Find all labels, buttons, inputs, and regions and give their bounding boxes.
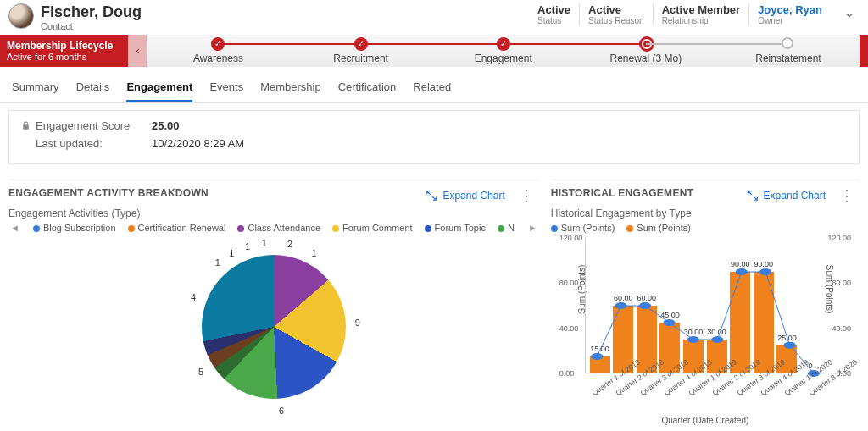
score-value: 25.00: [152, 119, 180, 132]
card2-more-button[interactable]: ⋮: [834, 188, 860, 203]
y-tick-label: 0.00: [836, 369, 851, 378]
tab-events[interactable]: Events: [209, 72, 243, 102]
legend-item[interactable]: Sum (Points): [626, 223, 691, 233]
legend-next[interactable]: ►: [526, 223, 539, 233]
stage-label: Reinstatement: [755, 52, 821, 64]
card2-legend: Sum (Points)Sum (Points): [551, 223, 860, 233]
pie-slice-label: 2: [287, 239, 292, 249]
record-type: Contact: [41, 21, 529, 31]
pie-chart: 2196541111: [185, 238, 363, 416]
card2-subtitle: Historical Engagement by Type: [551, 207, 860, 219]
header-field-label: Status: [537, 16, 570, 25]
y-tick-label: 80.00: [832, 279, 851, 287]
avatar: [8, 3, 34, 29]
legend-item[interactable]: Certification Renewal: [128, 223, 226, 233]
expand-icon: [426, 190, 437, 202]
expand-chart-button-1[interactable]: Expand Chart: [426, 190, 504, 202]
x-labels: Quarter 1 of 2018Quarter 2 of 2018Quarte…: [585, 373, 826, 416]
y-tick-label: 80.00: [559, 279, 579, 287]
x-tick-label: Quarter 3 of 2020: [807, 379, 828, 397]
line-overlay: [585, 238, 826, 373]
legend-item[interactable]: Forum Topic: [425, 223, 486, 233]
process-label[interactable]: Membership Lifecycle Active for 6 months: [0, 35, 128, 67]
stage-renewal-mo-[interactable]: Renewal (3 Mo): [575, 35, 717, 67]
header-field-label: Owner: [758, 16, 822, 25]
legend-item[interactable]: Blog Subscription: [33, 223, 116, 233]
engagement-score-card: Engagement Score 25.00 Last updated: 10/…: [8, 110, 860, 164]
pie-slice-label: 5: [198, 367, 203, 377]
expand-chart-button-2[interactable]: Expand Chart: [747, 190, 826, 202]
card1-legend: ◄Blog SubscriptionCertification RenewalC…: [8, 223, 539, 233]
pie-slice-label: 9: [355, 318, 360, 328]
stage-awareness[interactable]: ✓Awareness: [147, 35, 289, 67]
pie-slice-label: 1: [229, 248, 234, 258]
historical-engagement-card: HISTORICAL ENGAGEMENT Expand Chart ⋮ His…: [551, 180, 860, 425]
expand-icon: [747, 190, 759, 202]
svg-point-3: [663, 319, 675, 326]
pie-slice-label: 4: [191, 292, 196, 302]
lock-icon: [21, 121, 31, 130]
card1-more-button[interactable]: ⋮: [514, 188, 539, 203]
svg-point-6: [735, 268, 747, 275]
process-bar: Membership Lifecycle Active for 6 months…: [0, 35, 868, 67]
tabs: SummaryDetailsEngagementEventsMembership…: [0, 72, 868, 103]
process-end-indicator: [860, 35, 868, 67]
tab-details[interactable]: Details: [76, 72, 110, 102]
legend-item[interactable]: Forum Comment: [332, 223, 413, 233]
stage-label: Awareness: [193, 52, 243, 64]
header-field-label: Status Reason: [588, 16, 644, 25]
title-block: Fischer, Doug Contact: [41, 3, 529, 31]
updated-label: Last updated:: [21, 137, 131, 150]
legend-item[interactable]: Sum (Points): [551, 223, 615, 233]
stage-label: Recruitment: [333, 52, 388, 64]
x-tick-label: Quarter 1 of 2018: [590, 379, 611, 397]
x-tick-label: Quarter 3 of 2018: [638, 379, 659, 397]
svg-point-2: [639, 302, 651, 309]
stage-engagement[interactable]: ✓Engagement: [432, 35, 575, 67]
y-tick-label: 120.00: [559, 234, 583, 242]
header-fields: ActiveStatusActiveStatus ReasonActive Me…: [529, 3, 831, 25]
record-name: Fischer, Doug: [41, 3, 529, 21]
pie-slice-label: 6: [279, 406, 284, 416]
tab-certification[interactable]: Certification: [338, 72, 397, 102]
header-field-value: Active: [588, 3, 644, 16]
y-tick-label: 40.00: [832, 324, 851, 333]
x-axis-title: Quarter (Date Created): [551, 416, 860, 425]
y-tick-label: 0.00: [559, 369, 575, 378]
card2-title: HISTORICAL ENGAGEMENT: [551, 187, 694, 199]
bar-line-chart: Sum (Points) Sum (Points) 15.0060.0060.0…: [585, 238, 826, 416]
tab-membership[interactable]: Membership: [260, 72, 321, 102]
header-field: Joyce, RyanOwner: [748, 3, 831, 25]
stage-label: Renewal (3 Mo): [609, 52, 682, 64]
header-field-value[interactable]: Joyce, Ryan: [758, 3, 822, 16]
stage-recruitment[interactable]: ✓Recruitment: [290, 35, 432, 67]
tab-summary[interactable]: Summary: [12, 72, 59, 102]
record-header: Fischer, Doug Contact ActiveStatusActive…: [0, 0, 868, 31]
legend-prev[interactable]: ◄: [8, 223, 21, 233]
stage-indicator: [782, 37, 793, 49]
header-field: ActiveStatus: [529, 3, 579, 25]
updated-value: 10/2/2020 8:29 AM: [152, 137, 244, 150]
legend-item[interactable]: N: [498, 223, 515, 233]
legend-item[interactable]: Class Attendance: [237, 223, 320, 233]
header-field-label: Relationship: [662, 16, 740, 25]
pie-slice-label: 1: [245, 241, 250, 251]
header-field: ActiveStatus Reason: [579, 3, 653, 25]
y-tick-label: 120.00: [827, 234, 851, 242]
x-tick-label: Quarter 1 of 2019: [687, 379, 708, 397]
pie-slice-label: 1: [215, 257, 220, 268]
header-field: Active MemberRelationship: [653, 3, 748, 25]
svg-point-1: [615, 302, 626, 309]
score-label: Engagement Score: [21, 119, 131, 132]
charts-row: ENGAGEMENT ACTIVITY BREAKDOWN Expand Cha…: [0, 180, 868, 431]
header-expand-toggle[interactable]: [839, 5, 860, 25]
tab-related[interactable]: Related: [413, 72, 451, 102]
y-tick-label: 40.00: [559, 324, 579, 333]
process-collapse-button[interactable]: ‹: [128, 35, 147, 67]
y-axis-title-right: Sum (Points): [826, 265, 835, 314]
tab-engagement[interactable]: Engagement: [126, 72, 192, 102]
card1-subtitle: Engagement Activities (Type): [8, 207, 539, 219]
stages: ✓Awareness✓Recruitment✓EngagementRenewal…: [147, 35, 860, 67]
pie-slice-label: 1: [311, 248, 316, 258]
stage-reinstatement[interactable]: Reinstatement: [717, 35, 860, 67]
